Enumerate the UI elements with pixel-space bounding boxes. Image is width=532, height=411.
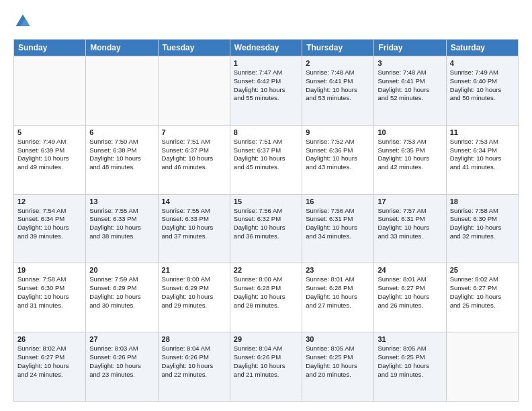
calendar-cell: 25Sunrise: 8:02 AM Sunset: 6:27 PM Dayli… <box>446 263 518 332</box>
day-header-tuesday: Tuesday <box>158 40 230 56</box>
logo <box>13 12 35 31</box>
day-header-saturday: Saturday <box>446 40 518 56</box>
day-content: Sunrise: 8:00 AM Sunset: 6:29 PM Dayligh… <box>162 275 226 310</box>
day-header-monday: Monday <box>86 40 158 56</box>
calendar-cell: 12Sunrise: 7:54 AM Sunset: 6:34 PM Dayli… <box>14 194 86 263</box>
calendar-cell: 16Sunrise: 7:56 AM Sunset: 6:31 PM Dayli… <box>302 194 374 263</box>
day-number: 16 <box>306 197 370 205</box>
day-content: Sunrise: 8:02 AM Sunset: 6:27 PM Dayligh… <box>450 275 515 310</box>
day-number: 20 <box>89 266 154 274</box>
day-content: Sunrise: 7:58 AM Sunset: 6:30 PM Dayligh… <box>450 207 515 241</box>
day-header-thursday: Thursday <box>302 40 374 56</box>
calendar-cell: 17Sunrise: 7:57 AM Sunset: 6:31 PM Dayli… <box>374 194 446 263</box>
day-content: Sunrise: 7:55 AM Sunset: 6:33 PM Dayligh… <box>89 207 154 241</box>
day-number: 26 <box>17 335 82 343</box>
day-number: 10 <box>378 128 442 136</box>
calendar-cell: 6Sunrise: 7:50 AM Sunset: 6:38 PM Daylig… <box>86 125 158 194</box>
day-number: 15 <box>234 197 298 205</box>
calendar-cell: 14Sunrise: 7:55 AM Sunset: 6:33 PM Dayli… <box>158 194 230 263</box>
day-content: Sunrise: 7:50 AM Sunset: 6:38 PM Dayligh… <box>89 138 154 172</box>
day-content: Sunrise: 8:03 AM Sunset: 6:26 PM Dayligh… <box>89 345 154 379</box>
day-header-friday: Friday <box>374 40 446 56</box>
day-number: 2 <box>306 59 370 67</box>
day-content: Sunrise: 7:51 AM Sunset: 6:37 PM Dayligh… <box>234 138 298 172</box>
day-number: 31 <box>378 335 442 343</box>
calendar-cell: 19Sunrise: 7:58 AM Sunset: 6:30 PM Dayli… <box>14 263 86 332</box>
calendar-cell: 8Sunrise: 7:51 AM Sunset: 6:37 PM Daylig… <box>230 125 302 194</box>
header-row: SundayMondayTuesdayWednesdayThursdayFrid… <box>14 40 519 56</box>
calendar-cell: 2Sunrise: 7:48 AM Sunset: 6:41 PM Daylig… <box>302 56 374 126</box>
calendar-cell: 5Sunrise: 7:49 AM Sunset: 6:39 PM Daylig… <box>14 125 86 194</box>
day-content: Sunrise: 7:52 AM Sunset: 6:36 PM Dayligh… <box>306 138 370 172</box>
day-number: 13 <box>89 197 154 205</box>
day-number: 1 <box>234 59 298 67</box>
day-number: 3 <box>378 59 442 67</box>
day-content: Sunrise: 7:54 AM Sunset: 6:34 PM Dayligh… <box>17 207 82 241</box>
day-content: Sunrise: 7:49 AM Sunset: 6:39 PM Dayligh… <box>17 138 82 172</box>
logo-icon <box>13 12 32 31</box>
week-row-1: 1Sunrise: 7:47 AM Sunset: 6:42 PM Daylig… <box>14 56 519 126</box>
day-content: Sunrise: 8:05 AM Sunset: 6:25 PM Dayligh… <box>378 345 442 379</box>
day-number: 7 <box>162 128 226 136</box>
calendar-cell <box>86 56 158 126</box>
day-number: 19 <box>17 266 82 274</box>
day-number: 11 <box>450 128 515 136</box>
day-number: 24 <box>378 266 442 274</box>
day-content: Sunrise: 7:49 AM Sunset: 6:40 PM Dayligh… <box>450 68 515 103</box>
day-header-wednesday: Wednesday <box>230 40 302 56</box>
day-content: Sunrise: 8:00 AM Sunset: 6:28 PM Dayligh… <box>234 275 298 310</box>
calendar-cell: 4Sunrise: 7:49 AM Sunset: 6:40 PM Daylig… <box>446 56 518 126</box>
day-content: Sunrise: 8:02 AM Sunset: 6:27 PM Dayligh… <box>17 345 82 379</box>
calendar-cell: 30Sunrise: 8:05 AM Sunset: 6:25 PM Dayli… <box>302 332 374 402</box>
day-content: Sunrise: 7:57 AM Sunset: 6:31 PM Dayligh… <box>378 207 442 241</box>
day-number: 29 <box>234 335 298 343</box>
calendar-cell: 15Sunrise: 7:56 AM Sunset: 6:32 PM Dayli… <box>230 194 302 263</box>
page: SundayMondayTuesdayWednesdayThursdayFrid… <box>0 0 532 411</box>
day-content: Sunrise: 7:56 AM Sunset: 6:32 PM Dayligh… <box>234 207 298 241</box>
calendar-cell: 18Sunrise: 7:58 AM Sunset: 6:30 PM Dayli… <box>446 194 518 263</box>
day-content: Sunrise: 7:55 AM Sunset: 6:33 PM Dayligh… <box>162 207 226 241</box>
calendar-cell <box>14 56 86 126</box>
week-row-5: 26Sunrise: 8:02 AM Sunset: 6:27 PM Dayli… <box>14 332 519 402</box>
calendar-cell: 29Sunrise: 8:04 AM Sunset: 6:26 PM Dayli… <box>230 332 302 402</box>
calendar-cell: 20Sunrise: 7:59 AM Sunset: 6:29 PM Dayli… <box>86 263 158 332</box>
calendar-cell: 21Sunrise: 8:00 AM Sunset: 6:29 PM Dayli… <box>158 263 230 332</box>
day-content: Sunrise: 8:04 AM Sunset: 6:26 PM Dayligh… <box>234 345 298 379</box>
calendar-cell: 27Sunrise: 8:03 AM Sunset: 6:26 PM Dayli… <box>86 332 158 402</box>
day-number: 5 <box>17 128 82 136</box>
calendar-table: SundayMondayTuesdayWednesdayThursdayFrid… <box>13 39 519 402</box>
day-number: 22 <box>234 266 298 274</box>
calendar-cell: 24Sunrise: 8:01 AM Sunset: 6:27 PM Dayli… <box>374 263 446 332</box>
calendar-cell: 22Sunrise: 8:00 AM Sunset: 6:28 PM Dayli… <box>230 263 302 332</box>
day-content: Sunrise: 7:56 AM Sunset: 6:31 PM Dayligh… <box>306 207 370 241</box>
day-content: Sunrise: 7:51 AM Sunset: 6:37 PM Dayligh… <box>162 138 226 172</box>
calendar-cell: 13Sunrise: 7:55 AM Sunset: 6:33 PM Dayli… <box>86 194 158 263</box>
day-content: Sunrise: 7:53 AM Sunset: 6:35 PM Dayligh… <box>378 138 442 172</box>
day-number: 23 <box>306 266 370 274</box>
day-number: 14 <box>162 197 226 205</box>
day-number: 25 <box>450 266 515 274</box>
day-content: Sunrise: 7:48 AM Sunset: 6:41 PM Dayligh… <box>306 68 370 103</box>
calendar-cell: 10Sunrise: 7:53 AM Sunset: 6:35 PM Dayli… <box>374 125 446 194</box>
calendar-cell: 26Sunrise: 8:02 AM Sunset: 6:27 PM Dayli… <box>14 332 86 402</box>
calendar-cell: 3Sunrise: 7:48 AM Sunset: 6:41 PM Daylig… <box>374 56 446 126</box>
day-content: Sunrise: 7:53 AM Sunset: 6:34 PM Dayligh… <box>450 138 515 172</box>
day-number: 6 <box>89 128 154 136</box>
calendar-cell: 23Sunrise: 8:01 AM Sunset: 6:28 PM Dayli… <box>302 263 374 332</box>
calendar-cell: 31Sunrise: 8:05 AM Sunset: 6:25 PM Dayli… <box>374 332 446 402</box>
day-content: Sunrise: 7:48 AM Sunset: 6:41 PM Dayligh… <box>378 68 442 103</box>
day-number: 21 <box>162 266 226 274</box>
calendar-cell: 11Sunrise: 7:53 AM Sunset: 6:34 PM Dayli… <box>446 125 518 194</box>
day-number: 30 <box>306 335 370 343</box>
day-content: Sunrise: 7:59 AM Sunset: 6:29 PM Dayligh… <box>89 275 154 310</box>
day-number: 27 <box>89 335 154 343</box>
calendar-cell: 9Sunrise: 7:52 AM Sunset: 6:36 PM Daylig… <box>302 125 374 194</box>
calendar-cell <box>446 332 518 402</box>
day-number: 18 <box>450 197 515 205</box>
day-number: 17 <box>378 197 442 205</box>
day-number: 4 <box>450 59 515 67</box>
day-content: Sunrise: 8:04 AM Sunset: 6:26 PM Dayligh… <box>162 345 226 379</box>
day-header-sunday: Sunday <box>14 40 86 56</box>
day-number: 12 <box>17 197 82 205</box>
calendar-cell: 7Sunrise: 7:51 AM Sunset: 6:37 PM Daylig… <box>158 125 230 194</box>
